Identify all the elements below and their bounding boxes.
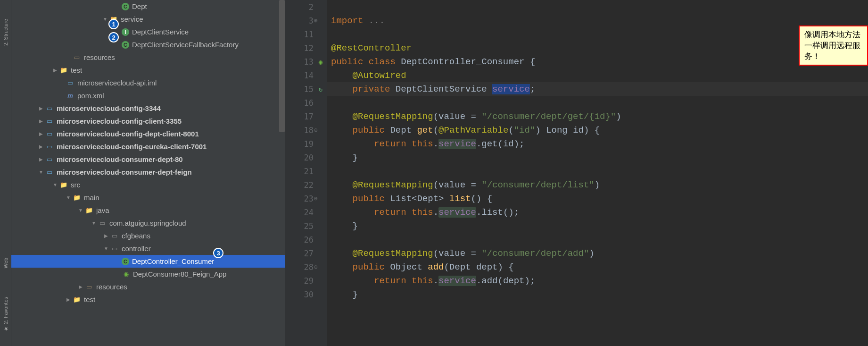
expand-arrow-icon[interactable]: ▶ bbox=[103, 233, 109, 239]
tree-item[interactable]: mpom.xml bbox=[11, 89, 285, 102]
code-line[interactable]: @RequestMapping(value = "/consumer/dept/… bbox=[327, 110, 868, 123]
line-number[interactable]: 22 bbox=[285, 178, 327, 192]
line-number[interactable]: 27 bbox=[285, 246, 327, 260]
line-number[interactable]: 15↻ bbox=[285, 82, 327, 96]
expand-arrow-icon[interactable]: ▶ bbox=[38, 143, 44, 150]
code-line[interactable]: } bbox=[327, 151, 868, 164]
line-number[interactable]: 21 bbox=[285, 164, 327, 178]
line-number[interactable]: 30 bbox=[285, 287, 327, 301]
structure-tool-button[interactable]: 2: Structure bbox=[3, 19, 8, 46]
line-number[interactable]: 14 bbox=[285, 68, 327, 82]
code-line[interactable] bbox=[327, 96, 868, 110]
fold-icon[interactable]: ⊖ bbox=[314, 263, 318, 270]
expand-arrow-icon[interactable]: ▶ bbox=[38, 105, 44, 112]
code-line[interactable]: } bbox=[327, 287, 868, 301]
code-line[interactable]: public Dept get(@PathVariable("id") Long… bbox=[327, 123, 868, 137]
tree-item[interactable]: ▼▭microservicecloud-consumer-dept-feign bbox=[11, 166, 285, 178]
fold-icon[interactable]: ⊖ bbox=[314, 195, 318, 202]
expand-arrow-icon[interactable]: ▼ bbox=[77, 207, 84, 214]
tree-item[interactable]: ▶▭microservicecloud-config-dept-client-8… bbox=[11, 127, 285, 140]
line-number[interactable]: 17 bbox=[285, 110, 327, 123]
line-number[interactable]: 23⊖ bbox=[285, 192, 327, 205]
line-number[interactable]: 12 bbox=[285, 41, 327, 55]
expand-arrow-icon[interactable]: ▶ bbox=[38, 131, 44, 137]
tree-scrollbar[interactable] bbox=[279, 0, 285, 132]
code-line[interactable]: return this.service.add(dept); bbox=[327, 274, 868, 287]
line-number[interactable]: 20 bbox=[285, 151, 327, 164]
tree-item[interactable]: IDeptClientService bbox=[11, 25, 285, 38]
tree-item[interactable]: ▼📁src bbox=[11, 178, 285, 191]
spring-icon[interactable]: ◉ bbox=[316, 58, 325, 66]
code-line[interactable]: import ... bbox=[327, 14, 868, 27]
expand-arrow-icon[interactable]: ▼ bbox=[91, 220, 97, 227]
code-line[interactable] bbox=[327, 0, 868, 14]
code-line[interactable]: public List<Dept> list() { bbox=[327, 192, 868, 205]
line-number[interactable]: 2 bbox=[285, 0, 327, 14]
expand-arrow-icon[interactable]: ▼ bbox=[103, 245, 109, 252]
tree-item[interactable]: ▼▭com.atguigu.springcloud bbox=[11, 217, 285, 229]
expand-arrow-icon[interactable]: ▶ bbox=[65, 296, 72, 303]
code-line[interactable]: return this.service.list(); bbox=[327, 205, 868, 219]
line-number[interactable]: 3⊕ bbox=[285, 14, 327, 27]
line-number[interactable]: 28⊖ bbox=[285, 260, 327, 274]
code-line[interactable] bbox=[327, 233, 868, 246]
code-editor[interactable]: 23⊕111213◉1415↻161718⊖1920212223⊖2425262… bbox=[285, 0, 868, 346]
tree-item[interactable]: ▼▭controller bbox=[11, 242, 285, 255]
line-number[interactable]: 29 bbox=[285, 274, 327, 287]
tree-item[interactable]: ▼📁service bbox=[11, 13, 285, 25]
bean-icon[interactable]: ↻ bbox=[316, 85, 325, 93]
line-number[interactable]: 25 bbox=[285, 219, 327, 233]
tree-item[interactable]: ▶📁test bbox=[11, 293, 285, 306]
code-line[interactable]: public Object add(Dept dept) { bbox=[327, 260, 868, 274]
favorites-tool-button[interactable]: ★2: Favorites bbox=[2, 297, 8, 332]
code-line[interactable]: public class DeptController_Consumer { bbox=[327, 55, 868, 68]
project-tree[interactable]: CDept▼📁serviceIDeptClientServiceCDeptCli… bbox=[11, 0, 285, 346]
tree-item[interactable]: ▶▭microservicecloud-config-eureka-client… bbox=[11, 140, 285, 153]
tree-item[interactable]: CDeptController_Consumer bbox=[11, 255, 285, 268]
tree-item[interactable]: ▶▭microservicecloud-config-3344 bbox=[11, 102, 285, 115]
expand-arrow-icon[interactable]: ▼ bbox=[102, 16, 108, 23]
line-number[interactable]: 16 bbox=[285, 96, 327, 110]
tree-item-label: DeptConsumer80_Feign_App bbox=[133, 270, 226, 278]
line-number[interactable]: 18⊖ bbox=[285, 123, 327, 137]
code-line[interactable] bbox=[327, 164, 868, 178]
tree-item[interactable]: ◉DeptConsumer80_Feign_App bbox=[11, 268, 285, 280]
code-content[interactable]: 像调用本地方法一样调用远程服务！ import ... @RestControl… bbox=[327, 0, 868, 346]
tree-item[interactable]: CDept bbox=[11, 0, 285, 13]
expand-arrow-icon[interactable]: ▶ bbox=[77, 284, 84, 290]
tree-item[interactable]: ▭resources bbox=[11, 51, 285, 64]
code-line[interactable]: @RestController bbox=[327, 41, 868, 55]
expand-arrow-icon[interactable]: ▶ bbox=[52, 67, 58, 74]
tree-item[interactable]: ▶▭microservicecloud-config-client-3355 bbox=[11, 115, 285, 127]
code-line[interactable]: @Autowired bbox=[327, 68, 868, 82]
tree-item[interactable]: ▼📁java bbox=[11, 204, 285, 217]
web-tool-button[interactable]: Web bbox=[3, 258, 8, 268]
expand-arrow-icon[interactable]: ▶ bbox=[38, 118, 44, 125]
code-line[interactable]: @RequestMapping(value = "/consumer/dept/… bbox=[327, 246, 868, 260]
tree-item[interactable]: ▶📁test bbox=[11, 64, 285, 76]
line-number[interactable]: 13◉ bbox=[285, 55, 327, 68]
file-type-icon: C bbox=[122, 41, 129, 49]
tree-item[interactable]: ▶▭resources bbox=[11, 280, 285, 293]
expand-arrow-icon[interactable]: ▼ bbox=[65, 194, 72, 201]
fold-icon[interactable]: ⊖ bbox=[314, 127, 318, 134]
tree-item[interactable]: CDeptClientServiceFallbackFactory bbox=[11, 38, 285, 51]
fold-icon[interactable]: ⊕ bbox=[314, 17, 318, 24]
line-number[interactable]: 11 bbox=[285, 27, 327, 41]
line-number[interactable]: 26 bbox=[285, 233, 327, 246]
expand-arrow-icon[interactable]: ▶ bbox=[38, 156, 44, 163]
code-line[interactable]: @RequestMapping(value = "/consumer/dept/… bbox=[327, 178, 868, 192]
line-number[interactable]: 24 bbox=[285, 205, 327, 219]
code-line[interactable]: } bbox=[327, 219, 868, 233]
expand-arrow-icon[interactable]: ▼ bbox=[38, 169, 44, 176]
code-line[interactable] bbox=[327, 27, 868, 41]
line-number[interactable]: 19 bbox=[285, 137, 327, 151]
file-type-icon: ▭ bbox=[85, 283, 93, 291]
tree-item[interactable]: ▼📁main bbox=[11, 191, 285, 204]
tree-item[interactable]: ▭microservicecloud-api.iml bbox=[11, 76, 285, 89]
code-line[interactable]: private DeptClientService service; bbox=[327, 82, 868, 96]
tree-item[interactable]: ▶▭cfgbeans bbox=[11, 229, 285, 242]
tree-item[interactable]: ▶▭microservicecloud-consumer-dept-80 bbox=[11, 153, 285, 166]
code-line[interactable]: return this.service.get(id); bbox=[327, 137, 868, 151]
expand-arrow-icon[interactable]: ▼ bbox=[52, 182, 58, 188]
